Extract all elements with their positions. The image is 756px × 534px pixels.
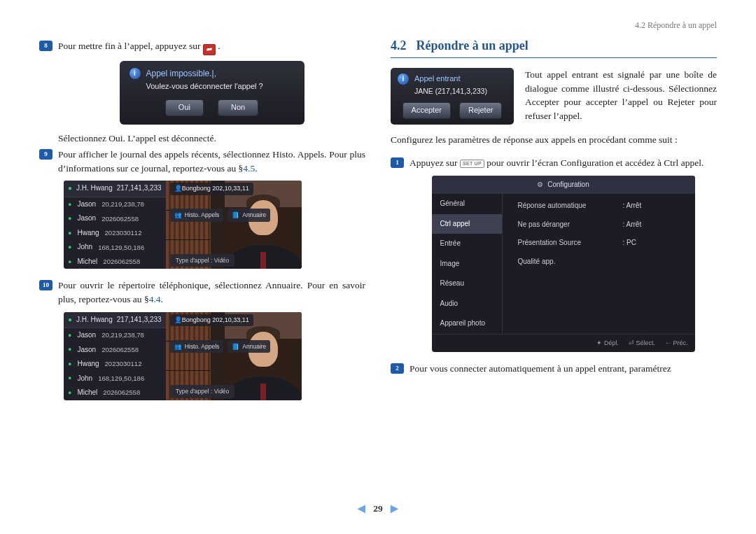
text: pour ouvrir l’écran Configuration et acc…	[486, 157, 704, 168]
call-type-label: Type d'appel : Vidéo	[170, 254, 235, 267]
cfg-menu-reseau[interactable]: Réseau	[432, 274, 502, 294]
yes-button[interactable]: Oui	[165, 99, 204, 116]
text: .	[218, 41, 220, 51]
text: Pour afficher le journal des appels réce…	[58, 149, 365, 174]
configuration-screen: ⚙Configuration Général Ctrl appel Entrée…	[432, 176, 695, 352]
list-item: ●Michel2026062558	[64, 255, 166, 269]
config-intro: Configurez les paramètres de réponse aux…	[391, 133, 717, 147]
cl-header-ip: 217,141,3,233	[117, 183, 162, 194]
dialog-subtitle: Voulez-vous déconnecter l'appel ?	[146, 81, 295, 92]
gear-icon: ⚙	[537, 180, 543, 190]
cfg-content: Réponse automatique: Arrêt Ne pas dérang…	[502, 194, 695, 334]
book-icon: 📘	[232, 211, 239, 219]
person-icon: 👥	[174, 211, 182, 219]
remote-caller-badge: Bongbong 202,10,33,11	[170, 183, 253, 195]
text: .	[161, 294, 163, 304]
list-item: ●Michel2026062558	[64, 386, 166, 400]
call-type-label: Type d'appel : Vidéo	[170, 385, 235, 398]
list-item: ●Jason20,219,238,78	[64, 328, 166, 343]
section-title: Répondre à un appel	[416, 36, 528, 55]
reject-button[interactable]: Rejeter	[459, 102, 502, 119]
running-header: 4.2 Répondre à un appel	[635, 20, 717, 31]
cfg-hint-back: ← Préc.	[665, 339, 688, 348]
section-rule	[391, 57, 717, 58]
step-badge-2: 2	[391, 363, 404, 374]
annuaire-button[interactable]: 📘Annuaire	[227, 209, 270, 221]
dialog-title: Appel impossible.|,	[146, 68, 217, 80]
setup-key-icon: SET UP	[460, 160, 484, 168]
histo-appels-button[interactable]: 👥Histo. Appels	[170, 340, 224, 353]
cfg-menu-general[interactable]: Général	[432, 194, 502, 214]
list-item: ●Hwang2023030112	[64, 357, 166, 372]
no-button[interactable]: Non	[218, 99, 258, 116]
list-item: ●John168,129,50,186	[64, 240, 166, 255]
right-column: 4.2 Répondre à un appel iAppel entrant J…	[391, 36, 717, 410]
directory-figure: ●J.H. Hwang217,141,3,233 ●Jason20,219,23…	[64, 312, 302, 400]
page-number: 29	[373, 503, 383, 514]
text: Pour ouvrir le répertoire téléphonique, …	[58, 280, 365, 304]
step-8-body: Pour mettre fin à l’appel, appuyez sur .…	[58, 39, 365, 145]
accept-button[interactable]: Accepter	[402, 102, 451, 119]
annuaire-button[interactable]: 📘Annuaire	[227, 340, 270, 353]
cfg-menu-appareil-photo[interactable]: Appareil photo	[432, 314, 502, 334]
step-2-body: Pour vous connecter automatiquement à un…	[410, 362, 717, 376]
list-item: ●Jason2026062558	[64, 343, 166, 358]
intro-paragraph: Tout appel entrant est signalé par une b…	[525, 68, 717, 122]
cfg-menu-image[interactable]: Image	[432, 254, 502, 274]
step-9-body: Pour afficher le journal des appels réce…	[58, 148, 365, 276]
person-icon: 👥	[174, 342, 182, 351]
cl-header-name: J.H. Hwang	[76, 183, 113, 194]
disconnect-dialog: i Appel impossible.|, Voulez-vous déconn…	[120, 61, 304, 125]
book-icon: 📘	[232, 342, 239, 351]
info-icon: i	[130, 68, 141, 79]
text: Appuyez sur	[410, 157, 460, 168]
step-1-body: Appuyez sur SET UP pour ouvrir l’écran C…	[410, 156, 717, 359]
cfg-hint-move: ✦ Dépl.	[596, 339, 619, 348]
pager: ◀ 29 ▶	[0, 502, 756, 516]
dialog-title: Appel entrant	[414, 73, 460, 85]
end-call-icon	[203, 44, 216, 55]
section-number: 4.2	[391, 36, 407, 55]
step-badge-10: 10	[39, 280, 52, 290]
cfg-menu-audio[interactable]: Audio	[432, 294, 502, 314]
text: Sélectionnez Oui. L’appel est déconnecté…	[58, 132, 365, 146]
next-page-icon[interactable]: ▶	[385, 503, 404, 514]
histo-appels-button[interactable]: 👥Histo. Appels	[170, 209, 224, 221]
left-column: 8 Pour mettre fin à l’appel, appuyez sur…	[39, 36, 365, 410]
step-badge-1: 1	[391, 157, 404, 168]
cfg-title: Configuration	[547, 180, 589, 190]
cfg-menu-entree[interactable]: Entrée	[432, 234, 502, 254]
info-icon: i	[398, 73, 409, 85]
step-badge-8: 8	[39, 41, 52, 51]
list-item: ●Hwang2023030112	[64, 226, 166, 241]
text: .	[255, 163, 257, 174]
text: Pour mettre fin à l’appel, appuyez sur	[58, 41, 203, 51]
incoming-call-dialog: iAppel entrant JANE (217,141,3,233) Acce…	[391, 68, 514, 125]
xref-4-5[interactable]: 4.5	[243, 163, 255, 174]
list-item: ●John168,129,50,186	[64, 372, 166, 386]
remote-caller-badge: Bongbong 202,10,33,11	[170, 314, 253, 326]
step-badge-9: 9	[39, 149, 52, 160]
incoming-caller: JANE (217,141,3,233)	[414, 86, 507, 97]
cfg-sidebar: Général Ctrl appel Entrée Image Réseau A…	[432, 194, 502, 334]
cfg-hint-select: ⏎ Sélect.	[629, 339, 655, 348]
step-10-body: Pour ouvrir le répertoire téléphonique, …	[58, 279, 365, 407]
cfg-menu-ctrl-appel[interactable]: Ctrl appel	[432, 214, 502, 234]
list-item: ●Jason20,219,238,78	[64, 197, 166, 212]
list-item: ●Jason2026062558	[64, 211, 166, 226]
xref-4-4[interactable]: 4.4	[149, 294, 161, 304]
call-log-figure: ●J.H. Hwang217,141,3,233 ●Jason20,219,23…	[64, 181, 302, 269]
prev-page-icon[interactable]: ◀	[352, 503, 371, 514]
